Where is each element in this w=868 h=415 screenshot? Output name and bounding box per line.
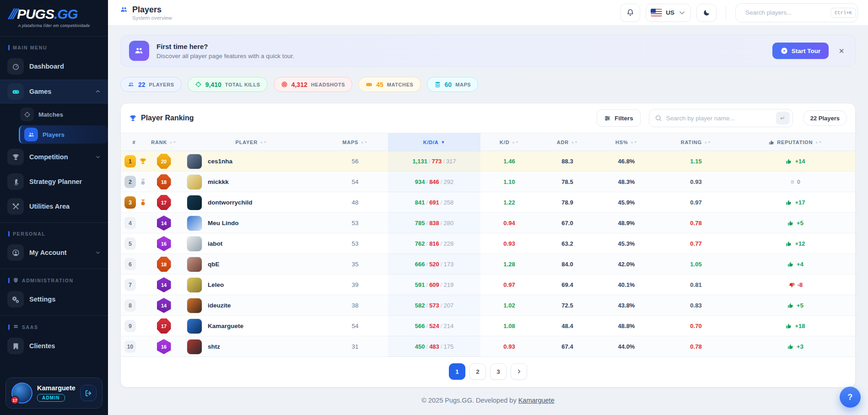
brand-logo[interactable]: ⫻PUGS.GG A plataforma líder em competiti… <box>0 0 108 32</box>
page-subtitle: System overview <box>132 15 172 21</box>
chevron-down-icon <box>95 250 101 255</box>
player-name: ces1nha <box>208 158 232 165</box>
sidebar-item-games[interactable]: Games <box>0 80 108 103</box>
player-name: shtz <box>208 343 220 350</box>
page-title: Players <box>132 5 162 15</box>
col-player[interactable]: PLAYER▲▼ <box>180 133 322 151</box>
start-tour-button[interactable]: Start Tour <box>772 43 829 59</box>
player-name: mickkk <box>208 178 229 185</box>
avatar <box>187 195 202 210</box>
gears-icon <box>7 291 24 307</box>
dark-mode-toggle[interactable] <box>696 4 717 22</box>
logout-button[interactable] <box>80 385 97 401</box>
kda-value: 1,131/773/317 <box>388 151 480 172</box>
notifications-button[interactable] <box>620 4 640 22</box>
col-reputation[interactable]: REPUTATION▲▼ <box>736 133 855 151</box>
kda-value: 934/846/292 <box>388 172 480 192</box>
banner-description: Discover all player page features with a… <box>156 53 765 59</box>
col-kda[interactable]: K/D/A▼ <box>388 133 480 151</box>
thumb-up-icon <box>786 241 792 247</box>
avatar <box>187 339 202 355</box>
maps-value: 48 <box>351 199 358 206</box>
player-search[interactable]: ↵ <box>649 109 793 127</box>
sidebar-item-utilities[interactable]: Utilities Area <box>0 195 108 218</box>
kda-value: 582/573/207 <box>388 295 480 316</box>
chevron-up-icon <box>95 89 101 94</box>
position-badge: 5 <box>124 237 136 250</box>
player-name: iabot <box>208 240 222 247</box>
player-search-input[interactable] <box>666 115 772 122</box>
sidebar-item-strategy-planner[interactable]: Strategy Planner <box>0 170 108 193</box>
reputation-value: = +17 <box>736 199 855 206</box>
players-icon <box>128 81 135 88</box>
search-input[interactable] <box>745 9 826 16</box>
rating-value: 1.05 <box>690 261 701 268</box>
table-row[interactable]: 4 14 Meu Lindo 53 785/838/280 0.94 67.0 … <box>121 213 855 233</box>
col-rank[interactable]: RANK▲▼ <box>147 133 180 151</box>
thumb-down-icon <box>788 282 795 288</box>
shield-icon <box>13 277 19 283</box>
col-rating[interactable]: RATING▲▼ <box>656 133 736 151</box>
brand-suffix: .GG <box>54 6 78 22</box>
gamepad-icon <box>7 83 24 100</box>
rating-value: 1.15 <box>690 158 701 165</box>
thumb-up-icon <box>769 140 775 146</box>
table-row[interactable]: 2 18 mickkk 54 934/846/292 1.10 78.5 48.… <box>121 172 855 192</box>
maps-value: 53 <box>351 240 358 247</box>
page-3-button[interactable]: 3 <box>490 363 507 380</box>
sidebar-item-my-account[interactable]: My Account <box>0 241 108 264</box>
topbar: Players System overview US Ctrl+K <box>108 0 868 26</box>
col-hs[interactable]: HS%▲▼ <box>597 133 656 151</box>
col-pos[interactable]: # <box>121 133 147 151</box>
page-2-button[interactable]: 2 <box>469 363 486 380</box>
medal-icon <box>139 199 147 206</box>
stat-players: 22PLAYERS <box>120 77 182 92</box>
hs-value: 48.3% <box>618 178 635 185</box>
footer-link[interactable]: Kamarguete <box>518 397 555 404</box>
col-maps[interactable]: MAPS▲▼ <box>322 133 388 151</box>
table-row[interactable]: 8 14 ideuzite 38 582/573/207 1.02 72.5 4… <box>121 295 855 316</box>
sidebar-item-competition[interactable]: Competition <box>0 146 108 168</box>
close-icon[interactable]: × <box>836 46 847 55</box>
help-button[interactable]: ? <box>840 387 861 408</box>
user-card[interactable]: 17 Kamarguete ADMIN <box>5 377 102 409</box>
sidebar-item-clientes[interactable]: Clientes <box>0 334 108 357</box>
sidebar-item-dashboard[interactable]: Dashboard <box>0 55 108 78</box>
rank-badge: 14 <box>157 216 171 231</box>
filters-button[interactable]: Filters <box>597 109 641 127</box>
table-row[interactable]: 10 16 shtz 31 450/483/175 0.93 67.4 44.0… <box>121 336 855 357</box>
avatar <box>187 277 202 293</box>
section-main-menu: MAIN MENU <box>0 40 108 54</box>
brand-name: PUGS <box>17 6 54 22</box>
reputation-value: = 0 <box>736 178 855 185</box>
bell-icon <box>626 9 634 16</box>
rank-badge: 14 <box>157 277 171 292</box>
table-row[interactable]: 6 18 qbE 35 666/520/173 1.28 84.0 42.0% … <box>121 254 855 275</box>
next-page-button[interactable] <box>511 363 527 380</box>
avatar <box>187 236 202 252</box>
adr-value: 67.0 <box>561 220 573 226</box>
position-badge: 6 <box>124 258 136 270</box>
sidebar-item-players[interactable]: Players <box>19 125 108 144</box>
kd-value: 1.46 <box>503 158 515 165</box>
user-name: Kamarguete <box>37 384 75 392</box>
brand-tagline: A plataforma líder em competitividade <box>8 23 100 28</box>
table-row[interactable]: 1 20 ces1nha 56 1,131/773/317 1.46 88.3 … <box>121 151 855 172</box>
col-kd[interactable]: K/D▲▼ <box>480 133 538 151</box>
thumb-up-icon <box>787 302 794 309</box>
ranking-title: Player Ranking <box>141 114 194 122</box>
sidebar-item-matches[interactable]: Matches <box>0 105 108 124</box>
rating-value: 0.97 <box>690 199 701 206</box>
table-row[interactable]: 9 17 Kamarguete 54 566/524/214 1.08 48.4… <box>121 316 855 336</box>
section-personal: PERSONAL <box>0 226 108 240</box>
locale-select[interactable]: US <box>646 4 691 22</box>
sidebar-item-settings[interactable]: Settings <box>0 288 108 311</box>
page-1-button[interactable]: 1 <box>449 363 465 380</box>
table-row[interactable]: 7 14 Leleo 39 591/609/219 0.97 69.4 40.1… <box>121 275 855 295</box>
table-row[interactable]: 3 17 dontworrychild 48 841/691/258 1.22 … <box>121 192 855 213</box>
table-row[interactable]: 5 16 iabot 53 762/816/228 0.93 63.2 45.3… <box>121 233 855 254</box>
col-adr[interactable]: ADR▲▼ <box>538 133 597 151</box>
moon-icon <box>703 9 711 16</box>
global-search[interactable]: Ctrl+K <box>735 3 858 22</box>
enter-key-icon: ↵ <box>776 112 790 124</box>
